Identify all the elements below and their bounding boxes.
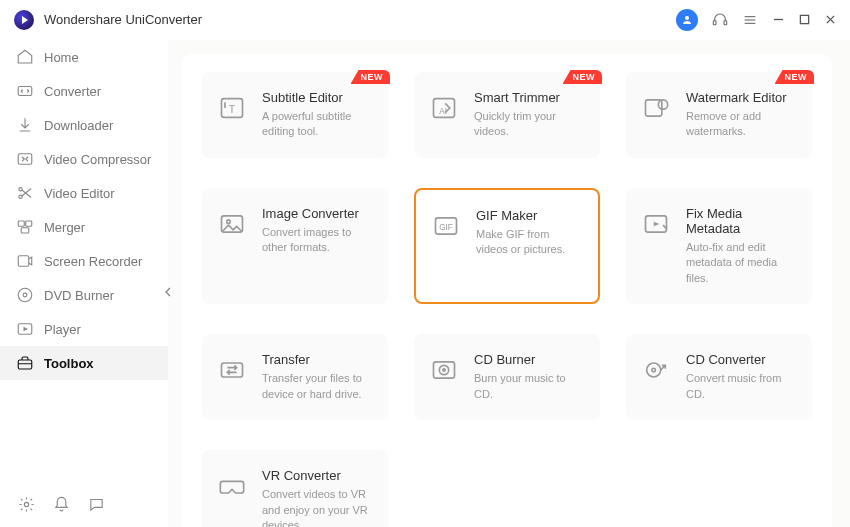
svg-point-39	[647, 363, 661, 377]
svg-point-38	[443, 369, 445, 371]
trimmer-icon: AI	[428, 92, 460, 124]
watermark-icon	[640, 92, 672, 124]
svg-point-22	[24, 502, 28, 506]
user-avatar-icon[interactable]	[676, 9, 698, 31]
sidebar-item-label: Merger	[44, 220, 85, 235]
home-icon	[16, 48, 34, 66]
sidebar-item-label: Converter	[44, 84, 101, 99]
svg-point-40	[652, 368, 656, 372]
toolbox-card-gif-maker[interactable]: GIF GIF Maker Make GIF from videos or pi…	[414, 188, 600, 304]
toolbox-panel: NEW T Subtitle Editor A powerful subtitl…	[182, 54, 832, 527]
sidebar-item-label: Toolbox	[44, 356, 94, 371]
sidebar-item-player[interactable]: Player	[0, 312, 168, 346]
card-title: GIF Maker	[476, 208, 584, 223]
svg-rect-17	[18, 256, 29, 267]
converter-icon	[16, 82, 34, 100]
card-title: Watermark Editor	[686, 90, 798, 105]
toolbox-card-subtitle-editor[interactable]: NEW T Subtitle Editor A powerful subtitl…	[202, 72, 388, 158]
card-desc: Remove or add watermarks.	[686, 109, 798, 140]
card-title: Smart Trimmer	[474, 90, 586, 105]
cdconverter-icon	[640, 354, 672, 386]
svg-rect-14	[18, 221, 24, 226]
card-desc: Auto-fix and edit metadata of media file…	[686, 240, 798, 286]
close-button[interactable]	[824, 14, 836, 26]
svg-rect-35	[222, 363, 243, 377]
toolbox-card-cd-burner[interactable]: CD Burner Burn your music to CD.	[414, 334, 600, 420]
toolbox-grid: NEW T Subtitle Editor A powerful subtitl…	[202, 72, 812, 527]
sidebar-collapse-handle[interactable]	[162, 280, 174, 304]
svg-point-19	[23, 293, 27, 297]
app-logo-icon	[14, 10, 34, 30]
card-title: Fix Media Metadata	[686, 206, 798, 236]
svg-rect-1	[713, 20, 716, 24]
svg-point-31	[227, 220, 231, 224]
sidebar-item-label: Player	[44, 322, 81, 337]
card-title: Subtitle Editor	[262, 90, 374, 105]
sidebar-item-screen-recorder[interactable]: Screen Recorder	[0, 244, 168, 278]
toolbox-card-cd-converter[interactable]: CD Converter Convert music from CD.	[626, 334, 812, 420]
sidebar-item-dvd-burner[interactable]: DVD Burner	[0, 278, 168, 312]
card-title: CD Converter	[686, 352, 798, 367]
toolbox-card-fix-media-metadata[interactable]: Fix Media Metadata Auto-fix and edit met…	[626, 188, 812, 304]
maximize-button[interactable]	[798, 14, 810, 26]
sidebar-item-label: Home	[44, 50, 79, 65]
recorder-icon	[16, 252, 34, 270]
svg-rect-36	[434, 362, 455, 378]
sidebar-item-video-editor[interactable]: Video Editor	[0, 176, 168, 210]
sidebar-item-merger[interactable]: Merger	[0, 210, 168, 244]
toolbox-card-smart-trimmer[interactable]: NEW AI Smart Trimmer Quickly trim your v…	[414, 72, 600, 158]
toolbox-card-transfer[interactable]: Transfer Transfer your files to device o…	[202, 334, 388, 420]
toolbox-card-image-converter[interactable]: Image Converter Convert images to other …	[202, 188, 388, 304]
card-desc: Burn your music to CD.	[474, 371, 586, 402]
scissors-icon	[16, 184, 34, 202]
metadata-icon	[640, 208, 672, 240]
new-badge: NEW	[775, 70, 815, 84]
svg-rect-7	[800, 15, 808, 23]
sidebar-item-downloader[interactable]: Downloader	[0, 108, 168, 142]
subtitle-icon: T	[216, 92, 248, 124]
sidebar-item-video-compressor[interactable]: Video Compressor	[0, 142, 168, 176]
sidebar-footer	[0, 482, 168, 527]
minimize-button[interactable]	[772, 14, 784, 26]
cdburner-icon	[428, 354, 460, 386]
sidebar-item-converter[interactable]: Converter	[0, 74, 168, 108]
sidebar-item-label: Video Compressor	[44, 152, 151, 167]
titlebar: Wondershare UniConverter	[0, 0, 850, 40]
sidebar-item-home[interactable]: Home	[0, 40, 168, 74]
sidebar: HomeConverterDownloaderVideo CompressorV…	[0, 40, 168, 527]
svg-point-18	[18, 288, 32, 302]
card-title: Image Converter	[262, 206, 374, 221]
card-desc: Transfer your files to device or hard dr…	[262, 371, 374, 402]
disc-icon	[16, 286, 34, 304]
app-title: Wondershare UniConverter	[44, 12, 202, 27]
toolbox-card-vr-converter[interactable]: VR Converter Convert videos to VR and en…	[202, 450, 388, 527]
hamburger-menu-icon[interactable]	[742, 12, 758, 28]
card-title: CD Burner	[474, 352, 586, 367]
settings-icon[interactable]	[18, 496, 35, 513]
svg-point-29	[658, 100, 667, 109]
content-area: NEW T Subtitle Editor A powerful subtitl…	[168, 40, 850, 527]
bell-icon[interactable]	[53, 496, 70, 513]
svg-text:GIF: GIF	[439, 223, 453, 232]
toolbox-card-watermark-editor[interactable]: NEW Watermark Editor Remove or add water…	[626, 72, 812, 158]
support-headset-icon[interactable]	[712, 12, 728, 28]
sidebar-item-label: Downloader	[44, 118, 113, 133]
compressor-icon	[16, 150, 34, 168]
svg-point-13	[19, 195, 22, 198]
sidebar-item-label: Video Editor	[44, 186, 115, 201]
sidebar-item-label: Screen Recorder	[44, 254, 142, 269]
card-desc: Convert videos to VR and enjoy on your V…	[262, 487, 374, 527]
downloader-icon	[16, 116, 34, 134]
svg-rect-2	[724, 20, 727, 24]
sidebar-item-toolbox[interactable]: Toolbox	[0, 346, 168, 380]
card-desc: Quickly trim your videos.	[474, 109, 586, 140]
svg-rect-21	[18, 360, 32, 369]
vr-icon	[216, 470, 248, 502]
merger-icon	[16, 218, 34, 236]
svg-point-12	[19, 188, 22, 191]
gif-icon: GIF	[430, 210, 462, 242]
chat-icon[interactable]	[88, 496, 105, 513]
card-desc: A powerful subtitle editing tool.	[262, 109, 374, 140]
svg-point-37	[439, 366, 448, 375]
card-title: Transfer	[262, 352, 374, 367]
